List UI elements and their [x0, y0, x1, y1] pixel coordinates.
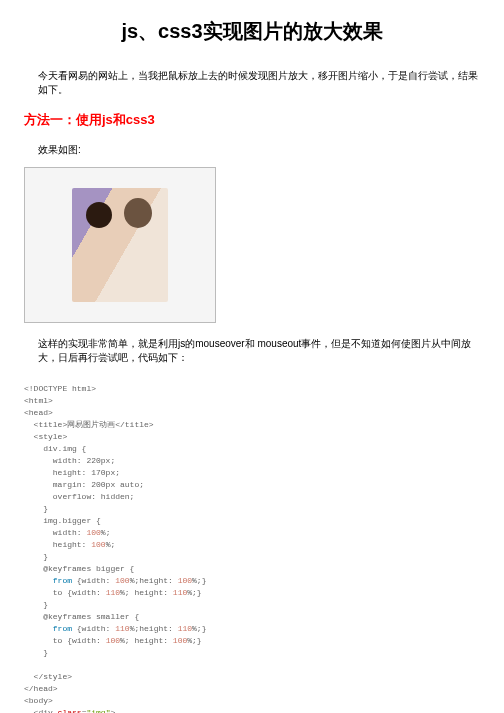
code-block: <!DOCTYPE html> <html> <head> <title>网易图… [24, 383, 480, 713]
demo-photo [72, 188, 168, 302]
demo-image-container [24, 167, 216, 323]
method-heading: 方法一：使用js和css3 [24, 111, 480, 129]
description-text: 这样的实现非常简单，就是利用js的mouseover和 mouseout事件，但… [38, 337, 480, 365]
intro-text: 今天看网易的网站上，当我把鼠标放上去的时候发现图片放大，移开图片缩小，于是自行尝… [38, 69, 480, 97]
page-title: js、css3实现图片的放大效果 [24, 18, 480, 45]
effect-label: 效果如图: [38, 143, 480, 157]
